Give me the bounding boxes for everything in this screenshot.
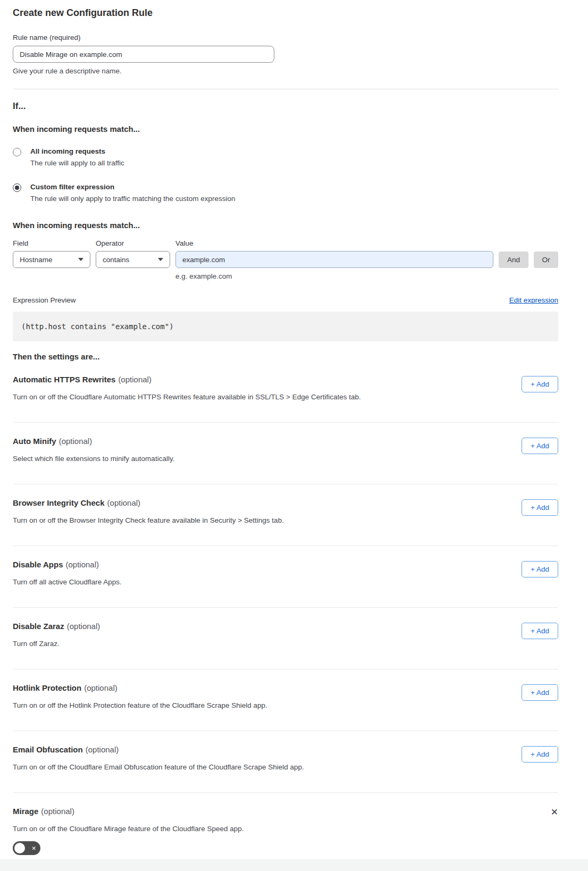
and-button[interactable]: And	[499, 252, 528, 268]
setting-title: Mirage	[13, 807, 38, 816]
setting-title: Disable Zaraz	[13, 622, 64, 631]
mirage-toggle[interactable]: ✕	[13, 841, 40, 855]
setting-title: Automatic HTTPS Rewrites	[13, 375, 115, 384]
operator-label: Operator	[96, 239, 170, 247]
optional-label: (optional)	[107, 498, 141, 507]
field-label: Field	[13, 239, 90, 247]
footer-strip	[0, 859, 588, 871]
setting-description: Turn on or off the Hotlink Protection fe…	[13, 701, 267, 709]
setting-section: Auto Minify(optional) Select which file …	[13, 423, 558, 484]
toggle-off-x-icon: ✕	[31, 845, 36, 851]
radio-button-selected-icon[interactable]	[13, 183, 21, 192]
setting-section: Automatic HTTPS Rewrites(optional) Turn …	[13, 361, 558, 423]
expression-preview-label: Expression Preview	[13, 296, 76, 304]
if-heading: If...	[13, 101, 558, 112]
add-setting-button[interactable]: + Add	[522, 561, 558, 577]
optional-label: (optional)	[59, 437, 93, 446]
edit-expression-link[interactable]: Edit expression	[509, 296, 558, 304]
page-title: Create new Configuration Rule	[13, 7, 558, 19]
setting-section-mirage: Mirage(optional) Turn on or off the Clou…	[13, 793, 558, 866]
operator-select[interactable]: contains	[96, 251, 170, 268]
setting-description: Turn on or off the Cloudflare Email Obfu…	[13, 763, 304, 771]
optional-label: (optional)	[86, 745, 119, 754]
condition-builder-heading: When incoming requests match...	[13, 221, 558, 230]
radio-option-description: The rule will only apply to traffic matc…	[30, 195, 235, 203]
radio-option-all-requests[interactable]: All incoming requests The rule will appl…	[13, 147, 558, 167]
field-select[interactable]: Hostname	[13, 251, 90, 268]
setting-description: Select which file extensions to minify a…	[13, 455, 174, 463]
setting-section: Hotlink Protection(optional) Turn on or …	[13, 669, 558, 731]
create-configuration-rule-page: Create new Configuration Rule Rule name …	[0, 0, 588, 871]
radio-option-custom-filter[interactable]: Custom filter expression The rule will o…	[13, 183, 558, 203]
setting-section: Browser Integrity Check(optional) Turn o…	[13, 484, 558, 546]
optional-label: (optional)	[118, 375, 152, 384]
rule-name-helper: Give your rule a descriptive name.	[13, 67, 558, 75]
setting-title: Auto Minify	[13, 437, 56, 446]
then-settings-heading: Then the settings are...	[13, 352, 558, 361]
optional-label: (optional)	[84, 683, 117, 692]
setting-title: Hotlink Protection	[13, 683, 81, 692]
rule-name-input[interactable]	[13, 46, 274, 63]
operator-select-value: contains	[103, 256, 129, 264]
close-icon[interactable]: ✕	[551, 808, 558, 817]
setting-title: Browser Integrity Check	[13, 498, 105, 507]
setting-title: Email Obfuscation	[13, 745, 83, 754]
setting-section: Disable Apps(optional) Turn off all acti…	[13, 546, 558, 608]
add-setting-button[interactable]: + Add	[522, 376, 558, 392]
settings-list: Automatic HTTPS Rewrites(optional) Turn …	[13, 361, 558, 793]
add-setting-button[interactable]: + Add	[522, 746, 558, 763]
optional-label: (optional)	[67, 622, 100, 631]
setting-section: Disable Zaraz(optional) Turn off Zaraz. …	[13, 608, 558, 669]
add-setting-button[interactable]: + Add	[522, 499, 558, 516]
field-select-value: Hostname	[20, 256, 53, 264]
setting-section: Email Obfuscation(optional) Turn on or o…	[13, 731, 558, 793]
toggle-knob	[14, 843, 25, 853]
radio-option-description: The rule will apply to all traffic	[30, 159, 124, 167]
add-setting-button[interactable]: + Add	[522, 684, 558, 701]
value-input[interactable]	[175, 251, 493, 268]
chevron-down-icon	[158, 258, 163, 261]
expression-code: (http.host contains "example.com")	[21, 322, 174, 331]
setting-description: Turn on or off the Cloudflare Automatic …	[13, 393, 361, 401]
or-button[interactable]: Or	[534, 252, 558, 268]
add-setting-button[interactable]: + Add	[522, 438, 558, 454]
section-divider	[13, 89, 558, 89]
expression-preview-box: (http.host contains "example.com")	[13, 312, 558, 341]
optional-label: (optional)	[65, 560, 99, 569]
add-setting-button[interactable]: + Add	[522, 623, 558, 639]
value-hint: e.g. example.com	[175, 272, 558, 280]
radio-button-icon[interactable]	[13, 148, 21, 156]
rule-name-label: Rule name (required)	[13, 34, 558, 41]
radio-option-label: All incoming requests	[30, 147, 124, 155]
setting-description: Turn on or off the Browser Integrity Che…	[13, 516, 284, 524]
setting-description: Turn off all active Cloudflare Apps.	[13, 578, 122, 586]
value-label: Value	[175, 239, 493, 247]
chevron-down-icon	[78, 258, 83, 261]
match-heading: When incoming requests match...	[13, 124, 558, 133]
radio-option-label: Custom filter expression	[30, 183, 235, 191]
setting-title: Disable Apps	[13, 560, 63, 569]
setting-description: Turn off Zaraz.	[13, 640, 100, 648]
optional-label: (optional)	[41, 807, 74, 816]
setting-description: Turn on or off the Cloudflare Mirage fea…	[13, 825, 244, 833]
